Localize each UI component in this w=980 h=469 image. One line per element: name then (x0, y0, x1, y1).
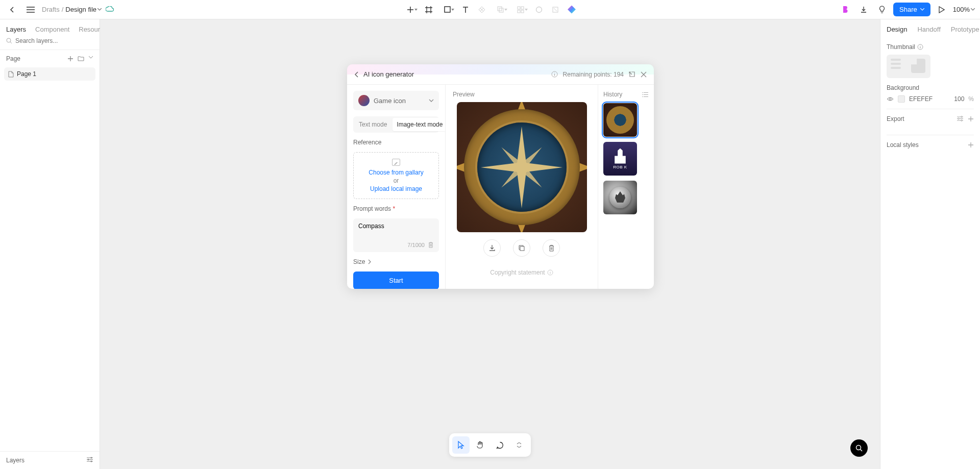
page-icon (8, 71, 14, 78)
brand-icon[interactable] (838, 3, 852, 17)
modal-title: AI icon generator (363, 70, 414, 78)
frame-tool[interactable] (422, 3, 436, 17)
background-label: Background (887, 84, 974, 91)
mask-tool[interactable] (532, 3, 546, 17)
comment-tool[interactable] (491, 436, 508, 454)
text-tool[interactable] (458, 3, 473, 17)
history-item-1[interactable] (603, 103, 637, 137)
breadcrumb: Drafts / Design file (42, 6, 102, 13)
tab-design[interactable]: Design (887, 26, 907, 33)
preview-image (457, 102, 587, 232)
hand-tool[interactable] (472, 436, 489, 454)
cursor-tool[interactable] (452, 436, 470, 454)
svg-point-18 (642, 96, 643, 97)
svg-rect-3 (518, 7, 520, 9)
tab-handoff[interactable]: Handoff (917, 26, 940, 33)
idea-button[interactable] (875, 3, 889, 17)
local-styles-label: Local styles (887, 141, 919, 149)
modal-back-icon[interactable] (354, 71, 359, 78)
upload-local-link[interactable]: Upload local image (358, 185, 434, 192)
back-button[interactable] (5, 3, 19, 17)
svg-point-16 (642, 92, 643, 93)
page-heading: Page (6, 55, 20, 62)
svg-point-7 (536, 7, 542, 12)
image-placeholder-icon (392, 159, 400, 166)
style-dropdown[interactable]: Game icon (353, 91, 439, 110)
style-avatar-icon (358, 95, 370, 106)
bg-opacity[interactable]: 100 (954, 95, 964, 103)
visibility-icon[interactable] (887, 96, 894, 102)
close-icon[interactable] (641, 71, 647, 78)
breadcrumb-file[interactable]: Design file (65, 6, 102, 13)
prompt-input[interactable] (358, 223, 434, 240)
boolean-tool[interactable] (491, 3, 509, 17)
svg-rect-0 (445, 7, 450, 12)
history-list-icon[interactable] (642, 92, 649, 97)
add-tool[interactable] (401, 3, 420, 17)
layers-heading: Layers (6, 457, 24, 464)
popout-icon[interactable] (629, 71, 635, 78)
tab-component[interactable]: Component (35, 26, 69, 33)
search-layers-input[interactable] (15, 37, 93, 44)
ai-icon-generator-modal: AI icon generator Remaining points: 194 … (347, 64, 654, 289)
choose-gallery-link[interactable]: Choose from gallary (358, 169, 434, 176)
svg-point-19 (856, 445, 861, 450)
reference-label: Reference (353, 139, 439, 146)
clear-prompt-icon[interactable] (428, 241, 434, 248)
tab-layers[interactable]: Layers (6, 26, 26, 33)
breadcrumb-drafts[interactable]: Drafts (42, 6, 60, 13)
thumbnail-info-icon[interactable] (917, 44, 923, 50)
bg-swatch[interactable] (898, 95, 905, 103)
bg-hex[interactable]: EFEFEF (909, 95, 950, 103)
folder-icon[interactable] (78, 56, 84, 62)
remaining-points: Remaining points: 194 (563, 71, 624, 78)
delete-button[interactable] (543, 239, 560, 257)
collapse-icon[interactable] (88, 56, 93, 62)
text-mode-tab[interactable]: Text mode (355, 118, 391, 131)
add-local-style-icon[interactable] (968, 142, 974, 148)
menu-button[interactable] (23, 3, 38, 17)
reference-dropzone[interactable]: Choose from gallary or Upload local imag… (353, 152, 439, 199)
export-label: Export (887, 115, 904, 122)
import-button[interactable] (856, 3, 871, 17)
svg-point-12 (91, 461, 92, 462)
download-button[interactable] (483, 239, 501, 257)
component-tool[interactable] (475, 3, 489, 17)
crop-tool[interactable] (548, 3, 562, 17)
history-item-2[interactable]: ROB K (603, 142, 637, 176)
svg-point-24 (961, 120, 963, 121)
svg-point-22 (961, 116, 963, 118)
size-expander[interactable]: Size (353, 258, 439, 265)
prompt-label: Prompt words * (353, 205, 439, 212)
play-button[interactable] (935, 3, 949, 17)
sync-icon (106, 6, 114, 13)
image-text-mode-tab[interactable]: Image-text mode (393, 118, 446, 131)
add-export-icon[interactable] (968, 116, 974, 122)
bottom-toolbar (449, 433, 531, 457)
tab-prototype[interactable]: Prototype (951, 26, 979, 33)
chevron-down-icon (429, 99, 434, 102)
page-item[interactable]: Page 1 (4, 67, 95, 81)
ai-tool[interactable] (565, 3, 579, 17)
shape-tool[interactable] (438, 3, 456, 17)
thumbnail-preview[interactable] (887, 55, 930, 78)
copyright-label[interactable]: Copyright statement (490, 269, 545, 276)
search-icon (6, 38, 12, 44)
search-fab[interactable] (850, 439, 868, 457)
thumbnail-label: Thumbnail (887, 43, 915, 51)
svg-point-10 (91, 457, 92, 459)
svg-point-11 (88, 459, 89, 460)
layers-options-icon[interactable] (86, 457, 93, 464)
copyright-info-icon (547, 269, 553, 276)
add-page-icon[interactable] (67, 56, 74, 62)
zoom-control[interactable]: 100% (953, 6, 975, 13)
autolayout-tool[interactable] (511, 3, 530, 17)
copy-button[interactable] (513, 239, 530, 257)
share-button[interactable]: Share (893, 3, 930, 16)
export-settings-icon[interactable] (957, 116, 964, 122)
history-item-3[interactable] (603, 181, 637, 214)
start-button[interactable]: Start (353, 271, 439, 289)
char-count: 7/1000 (407, 242, 425, 248)
svg-point-17 (642, 94, 643, 95)
more-tools[interactable] (510, 436, 528, 454)
